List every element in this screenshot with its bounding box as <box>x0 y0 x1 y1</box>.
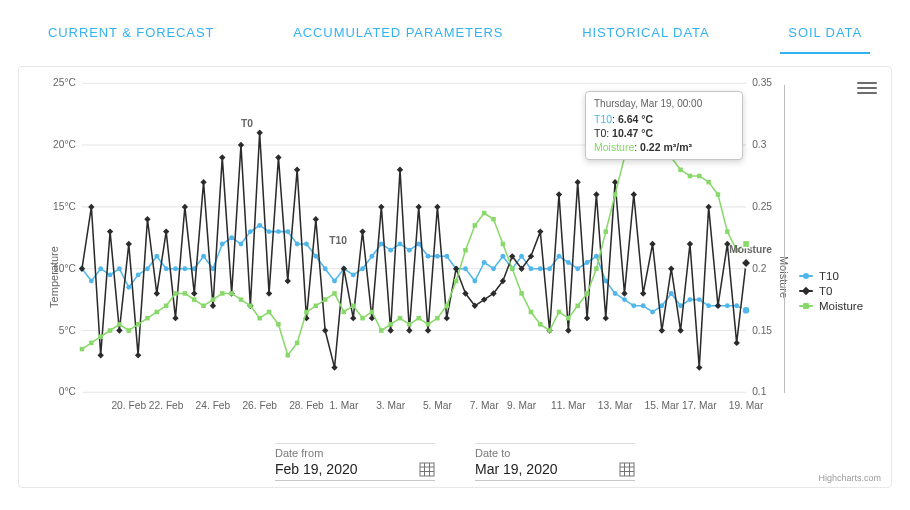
svg-rect-260 <box>620 463 634 476</box>
svg-point-43 <box>173 266 178 271</box>
svg-rect-117 <box>191 290 197 296</box>
svg-rect-231 <box>585 291 589 296</box>
svg-rect-143 <box>434 204 440 210</box>
svg-rect-241 <box>678 168 682 173</box>
svg-rect-140 <box>406 327 412 333</box>
svg-point-42 <box>164 266 169 271</box>
svg-rect-159 <box>584 315 590 321</box>
svg-rect-116 <box>182 204 188 210</box>
svg-rect-166 <box>649 241 655 247</box>
svg-rect-198 <box>276 322 280 327</box>
svg-rect-124 <box>257 129 263 135</box>
tooltip-mo-value: 0.22 m³/m³ <box>640 141 692 153</box>
svg-rect-169 <box>677 327 683 333</box>
svg-point-92 <box>631 303 636 308</box>
svg-rect-111 <box>135 352 141 358</box>
svg-rect-179 <box>98 334 102 339</box>
chart-crosshair <box>784 85 785 393</box>
svg-rect-144 <box>444 315 450 321</box>
svg-rect-214 <box>426 322 430 327</box>
svg-point-59 <box>323 266 328 271</box>
svg-point-41 <box>154 254 159 259</box>
svg-point-38 <box>126 285 131 290</box>
date-to-value[interactable]: Mar 19, 2020 <box>475 461 558 477</box>
svg-rect-222 <box>501 242 505 247</box>
svg-rect-187 <box>173 291 177 296</box>
svg-rect-215 <box>435 316 439 321</box>
svg-point-40 <box>145 266 150 271</box>
svg-rect-219 <box>473 223 477 228</box>
svg-rect-131 <box>322 327 328 333</box>
svg-text:Moisture: Moisture <box>729 244 772 255</box>
legend-item-moisture[interactable]: Moisture <box>799 300 877 312</box>
svg-text:7. Mar: 7. Mar <box>470 400 500 411</box>
svg-point-86 <box>575 266 580 271</box>
svg-text:0.15: 0.15 <box>752 325 772 336</box>
svg-point-46 <box>201 254 206 259</box>
svg-text:5°C: 5°C <box>59 325 77 336</box>
legend-label-t10: T10 <box>819 270 839 282</box>
legend-item-t0[interactable]: T0 <box>799 285 877 297</box>
svg-point-81 <box>528 266 533 271</box>
tab-current-forecast[interactable]: CURRENT & FORECAST <box>40 25 222 54</box>
svg-rect-211 <box>398 316 402 321</box>
svg-rect-112 <box>144 216 150 222</box>
calendar-icon[interactable] <box>419 461 435 477</box>
tab-historical[interactable]: HISTORICAL DATA <box>574 25 717 54</box>
svg-rect-225 <box>529 310 533 315</box>
svg-rect-109 <box>116 327 122 333</box>
svg-rect-193 <box>229 291 233 296</box>
tab-soil-data[interactable]: SOIL DATA <box>780 25 870 54</box>
chart-menu-icon[interactable] <box>857 79 877 95</box>
svg-text:1. Mar: 1. Mar <box>329 400 359 411</box>
svg-text:5. Mar: 5. Mar <box>423 400 453 411</box>
svg-point-88 <box>594 254 599 259</box>
svg-rect-208 <box>370 310 374 315</box>
svg-rect-170 <box>687 241 693 247</box>
svg-point-98 <box>687 297 692 302</box>
svg-text:22. Feb: 22. Feb <box>149 400 184 411</box>
svg-text:T0: T0 <box>241 117 253 128</box>
svg-rect-160 <box>593 191 599 197</box>
tooltip-t0-value: 10.47 °C <box>612 127 653 139</box>
svg-point-56 <box>295 241 300 246</box>
legend-item-t10[interactable]: T10 <box>799 270 877 282</box>
svg-rect-210 <box>388 322 392 327</box>
svg-rect-113 <box>154 290 160 296</box>
svg-rect-173 <box>715 303 721 309</box>
chart-credit[interactable]: Highcharts.com <box>818 473 881 483</box>
svg-point-62 <box>351 272 356 277</box>
svg-rect-181 <box>117 322 121 327</box>
tab-accum-params[interactable]: ACCUMULATED PARAMETERS <box>285 25 511 54</box>
svg-point-52 <box>257 223 262 228</box>
date-to-field: Date to Mar 19, 2020 <box>475 443 635 481</box>
svg-point-76 <box>482 260 487 265</box>
svg-rect-232 <box>594 266 598 271</box>
legend: T10 T0 Moisture <box>799 267 877 315</box>
svg-text:26. Feb: 26. Feb <box>242 400 277 411</box>
svg-point-74 <box>463 266 468 271</box>
svg-rect-128 <box>294 167 300 173</box>
svg-point-71 <box>435 254 440 259</box>
svg-rect-118 <box>200 179 206 185</box>
svg-point-91 <box>622 297 627 302</box>
svg-rect-254 <box>742 240 749 247</box>
legend-label-moisture: Moisture <box>819 300 863 312</box>
svg-rect-233 <box>604 229 608 234</box>
date-from-value[interactable]: Feb 19, 2020 <box>275 461 358 477</box>
svg-rect-212 <box>407 322 411 327</box>
svg-rect-107 <box>98 352 104 358</box>
calendar-icon[interactable] <box>619 461 635 477</box>
svg-rect-167 <box>659 327 665 333</box>
svg-rect-196 <box>257 316 261 321</box>
svg-point-48 <box>220 241 225 246</box>
svg-point-75 <box>472 279 477 284</box>
svg-rect-186 <box>164 304 168 309</box>
svg-rect-138 <box>387 327 393 333</box>
svg-point-34 <box>89 279 94 284</box>
svg-rect-158 <box>575 179 581 185</box>
date-from-label: Date from <box>275 443 435 459</box>
svg-rect-255 <box>420 463 434 476</box>
svg-point-60 <box>332 279 337 284</box>
svg-rect-120 <box>219 154 225 160</box>
